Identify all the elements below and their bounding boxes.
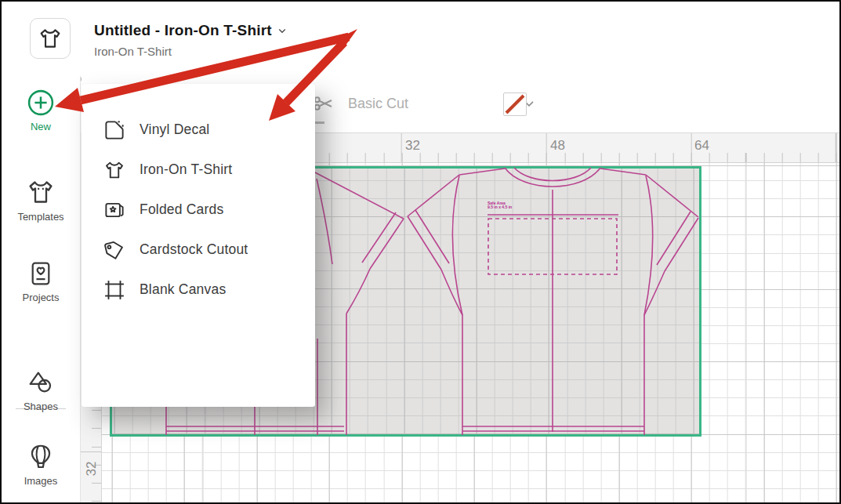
sidebar-item-label: Images xyxy=(2,475,80,487)
no-color-swatch[interactable] xyxy=(503,92,527,116)
triangle-circle-icon xyxy=(26,368,56,397)
sidebar-item-new[interactable]: New xyxy=(2,88,80,132)
menu-item-folded-cards[interactable]: Folded Cards xyxy=(82,190,315,230)
cardstock-tag-icon xyxy=(103,238,126,262)
ruler-label: 32 xyxy=(405,138,420,154)
sidebar-item-label: Templates xyxy=(2,211,80,223)
folded-cards-icon xyxy=(103,198,126,222)
edit-toolbar: Basic Cut xyxy=(307,76,841,132)
menu-item-iron-on-t-shirt[interactable]: Iron-On T-Shirt xyxy=(82,150,315,190)
chevron-down-icon[interactable] xyxy=(275,24,289,38)
ruler-label: 64 xyxy=(694,138,709,154)
scissors-icon xyxy=(312,92,335,115)
project-logo-button[interactable] xyxy=(30,18,71,59)
sidebar: New Templates Projects Shapes xyxy=(2,76,81,504)
ruler-label: 32 xyxy=(78,459,105,479)
t-shirt-icon xyxy=(25,176,56,208)
new-project-dropdown-menu: Vinyl Decal Iron-On T-Shirt Folded Cards xyxy=(82,84,315,407)
partial-hidden-element xyxy=(314,121,324,124)
linetype-label: Basic Cut xyxy=(348,96,408,112)
page-title: Untitled - Iron-On T-Shirt xyxy=(94,22,272,39)
t-shirt-icon xyxy=(37,25,63,52)
sidebar-item-label: New xyxy=(2,121,80,132)
menu-item-blank-canvas[interactable]: Blank Canvas xyxy=(82,270,315,310)
menu-item-label: Vinyl Decal xyxy=(140,121,209,138)
sidebar-item-images[interactable]: Images xyxy=(2,442,80,487)
app-window: Safe Area 9.5 in x 4.5 in 32 48 64 8 32 … xyxy=(0,0,841,504)
sidebar-item-projects[interactable]: Projects xyxy=(2,259,80,303)
sidebar-item-shapes[interactable]: Shapes xyxy=(2,368,80,412)
menu-item-vinyl-decal[interactable]: Vinyl Decal xyxy=(82,110,315,150)
menu-item-cardstock-cutout[interactable]: Cardstock Cutout xyxy=(82,230,315,270)
project-card-heart-icon xyxy=(26,259,56,288)
sidebar-item-label: Projects xyxy=(2,292,80,303)
blank-canvas-icon xyxy=(103,278,126,302)
menu-item-label: Blank Canvas xyxy=(140,281,226,298)
sidebar-item-templates[interactable]: Templates xyxy=(2,176,80,223)
ruler-label: 48 xyxy=(550,138,565,154)
menu-item-label: Folded Cards xyxy=(140,201,223,218)
menu-item-label: Iron-On T-Shirt xyxy=(140,161,232,178)
menu-item-label: Cardstock Cutout xyxy=(140,241,248,258)
sidebar-item-label: Shapes xyxy=(2,401,80,412)
t-shirt-icon xyxy=(103,158,126,182)
no-color-slash-icon xyxy=(504,93,526,115)
hot-air-balloon-icon xyxy=(26,442,56,472)
project-subtitle: Iron-On T-Shirt xyxy=(94,45,172,58)
vinyl-decal-icon xyxy=(103,118,126,142)
plus-circle-icon xyxy=(26,88,56,118)
design-area-label: Safe Area 9.5 in x 4.5 in xyxy=(488,201,542,209)
